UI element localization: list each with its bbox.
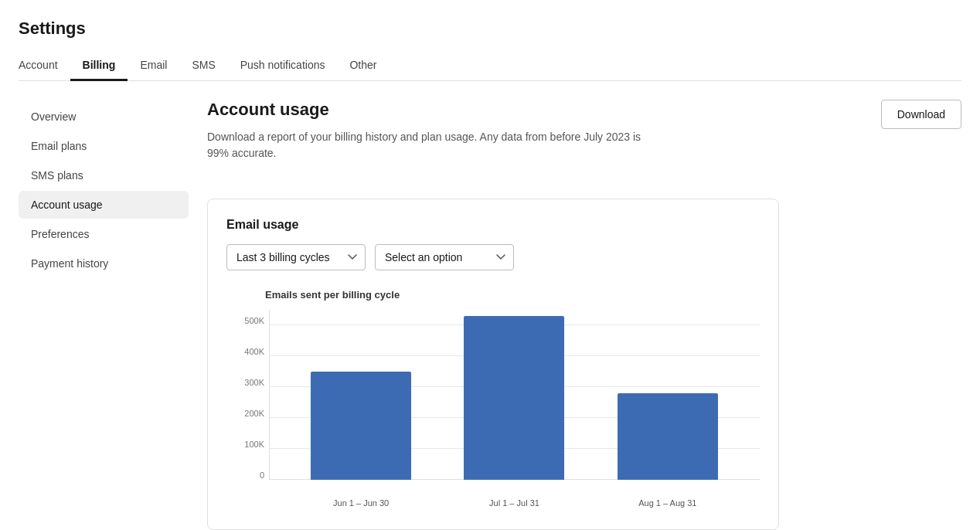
nav-item-email[interactable]: Email <box>128 51 179 81</box>
chart-subtitle: Emails sent per billing cycle <box>226 289 760 301</box>
x-label-jul: Jul 1 – Jul 31 <box>456 498 572 508</box>
nav-item-other[interactable]: Other <box>337 51 389 81</box>
section-description: Download a report of your billing histor… <box>207 129 655 161</box>
sidebar-item-preferences[interactable]: Preferences <box>19 220 189 248</box>
sidebar-item-sms-plans[interactable]: SMS plans <box>19 161 189 189</box>
chart-area: Emails sent per billing cycle 500K 400K … <box>226 289 760 511</box>
section-header-row: Account usage Download a report of your … <box>207 100 961 180</box>
sidebar-item-email-plans[interactable]: Email plans <box>19 132 189 160</box>
y-label-100k: 100K <box>229 440 264 449</box>
nav-item-account[interactable]: Account <box>19 51 70 81</box>
filters-row: Last 3 billing cycles Last 6 billing cyc… <box>226 244 760 270</box>
main-content: Account usage Download a report of your … <box>189 100 961 530</box>
bar-group-jul <box>456 310 572 480</box>
x-labels: Jun 1 – Jun 30 Jul 1 – Jul 31 Aug 1 – Au… <box>269 480 760 511</box>
y-label-400k: 400K <box>229 347 264 356</box>
content-area: Overview Email plans SMS plans Account u… <box>0 81 980 530</box>
sidebar: Overview Email plans SMS plans Account u… <box>19 100 189 530</box>
section-intro: Account usage Download a report of your … <box>207 100 655 180</box>
chart-card-title: Email usage <box>226 218 760 232</box>
sidebar-item-account-usage[interactable]: Account usage <box>19 191 189 219</box>
nav-item-sms[interactable]: SMS <box>179 51 227 81</box>
sidebar-item-payment-history[interactable]: Payment history <box>19 250 189 277</box>
page-header: Settings Account Billing Email SMS Push … <box>0 0 980 81</box>
download-button[interactable]: Download <box>881 100 961 129</box>
bars-container <box>269 310 760 480</box>
y-label-500k: 500K <box>229 316 264 325</box>
nav-item-push[interactable]: Push notifications <box>228 51 338 81</box>
x-label-aug: Aug 1 – Aug 31 <box>610 498 726 508</box>
sidebar-item-overview[interactable]: Overview <box>19 103 189 131</box>
y-label-200k: 200K <box>229 409 264 418</box>
bar-group-jun <box>303 310 419 480</box>
bar-group-aug <box>610 310 726 480</box>
nav-item-billing[interactable]: Billing <box>70 51 128 81</box>
top-nav: Account Billing Email SMS Push notificat… <box>19 51 961 81</box>
y-label-0: 0 <box>229 471 264 480</box>
bar-jun <box>311 372 411 480</box>
y-label-300k: 300K <box>229 378 264 387</box>
billing-cycles-filter[interactable]: Last 3 billing cycles Last 6 billing cyc… <box>226 244 366 270</box>
section-title: Account usage <box>207 100 655 120</box>
bar-chart: 500K 400K 300K 200K 100K <box>226 310 760 511</box>
option-filter[interactable]: Select an option <box>375 244 514 270</box>
bar-aug <box>618 393 718 480</box>
bar-jul <box>464 316 564 480</box>
chart-card: Email usage Last 3 billing cycles Last 6… <box>207 199 779 530</box>
page-title: Settings <box>19 19 961 39</box>
x-label-jun: Jun 1 – Jun 30 <box>303 498 419 508</box>
